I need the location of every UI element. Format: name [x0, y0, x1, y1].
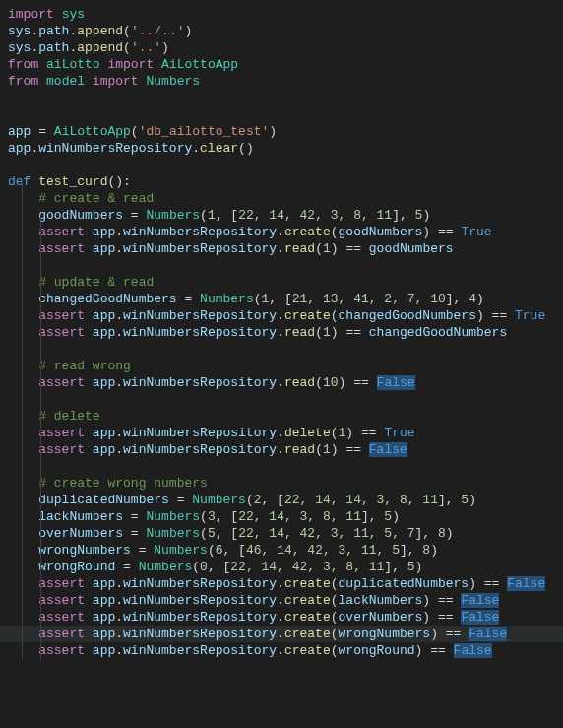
function: append: [77, 40, 123, 55]
code-line-active[interactable]: assert app.winNumbersRepository.create(w…: [0, 626, 563, 642]
number: 1: [323, 241, 331, 256]
code-line[interactable]: changedGoodNumbers = Numbers(1, [21, 13,…: [0, 291, 563, 307]
identifier: winNumbersRepository: [123, 643, 277, 658]
code-line[interactable]: assert app.winNumbersRepository.create(w…: [0, 642, 563, 659]
function: create: [284, 576, 331, 591]
code-line[interactable]: wrongNumbers = Numbers(6, [46, 14, 42, 3…: [0, 542, 563, 559]
code-line[interactable]: [0, 341, 563, 358]
identifier: wrongRound: [339, 643, 415, 658]
constant-selected: False: [377, 375, 415, 390]
number: 0: [200, 560, 208, 574]
number: 5: [208, 526, 216, 541]
code-editor[interactable]: import sys sys.path.append('../..') sys.…: [0, 6, 563, 659]
keyword: from: [8, 74, 38, 89]
code-line[interactable]: assert app.winNumbersRepository.create(g…: [0, 224, 563, 240]
number: 1: [208, 208, 216, 223]
code-line[interactable]: [0, 157, 563, 173]
function: read: [284, 375, 315, 390]
identifier: winNumbersRepository: [123, 241, 277, 256]
code-line[interactable]: assert app.winNumbersRepository.create(d…: [0, 575, 563, 592]
class: Numbers: [146, 526, 200, 541]
class: Numbers: [192, 493, 246, 507]
function-def: test_curd: [38, 174, 107, 189]
constant: True: [384, 426, 414, 440]
constant: True: [461, 225, 491, 239]
code-line[interactable]: assert app.winNumbersRepository.delete(1…: [0, 425, 563, 441]
function: create: [284, 593, 331, 608]
identifier: winNumbersRepository: [123, 627, 277, 641]
module: sys: [62, 7, 85, 22]
code-line[interactable]: wrongRound = Numbers(0, [22, 14, 42, 3, …: [0, 559, 563, 575]
code-line[interactable]: [0, 90, 563, 106]
identifier: app: [93, 325, 115, 340]
number-list: 22, 14, 14, 3, 8, 11: [284, 493, 438, 507]
code-line[interactable]: from model import Numbers: [0, 73, 563, 90]
number: 8: [422, 543, 430, 558]
identifier: wrongRound: [38, 560, 115, 574]
comment: # delete: [38, 409, 99, 424]
identifier: winNumbersRepository: [38, 141, 192, 156]
class: Numbers: [154, 543, 208, 558]
code-line[interactable]: app = AiLottoApp('db_ailotto_test'): [0, 123, 563, 140]
identifier: app: [8, 141, 31, 156]
code-line[interactable]: goodNumbers = Numbers(1, [22, 14, 42, 3,…: [0, 207, 563, 224]
keyword: import: [8, 7, 54, 22]
code-line[interactable]: lackNumbers = Numbers(3, [22, 14, 3, 8, …: [0, 508, 563, 525]
constant-selected: False: [461, 593, 499, 608]
code-line[interactable]: # delete: [0, 408, 563, 425]
code-line[interactable]: assert app.winNumbersRepository.create(l…: [0, 592, 563, 609]
string: '../..': [131, 24, 185, 38]
code-line[interactable]: [0, 257, 563, 274]
code-line[interactable]: [0, 106, 563, 123]
number: 3: [208, 509, 216, 524]
code-line[interactable]: import sys: [0, 6, 563, 23]
keyword: assert: [38, 308, 85, 323]
identifier: app: [93, 610, 115, 625]
identifier: duplicatedNumbers: [339, 576, 469, 591]
keyword: import: [107, 57, 154, 72]
code-line[interactable]: assert app.winNumbersRepository.read(1) …: [0, 240, 563, 257]
code-line[interactable]: from aiLotto import AiLottoApp: [0, 56, 563, 73]
code-line[interactable]: assert app.winNumbersRepository.read(10)…: [0, 374, 563, 391]
code-line[interactable]: [0, 391, 563, 408]
identifier: app: [93, 241, 115, 256]
indent-guide: [22, 180, 23, 659]
code-line[interactable]: # update & read: [0, 274, 563, 291]
number: 5: [384, 509, 392, 524]
code-line[interactable]: duplicatedNumbers = Numbers(2, [22, 14, …: [0, 492, 563, 508]
identifier: winNumbersRepository: [123, 225, 277, 239]
code-line[interactable]: assert app.winNumbersRepository.create(o…: [0, 609, 563, 626]
identifier: wrongNumbers: [339, 627, 431, 641]
class: Numbers: [139, 560, 193, 574]
code-line[interactable]: def test_curd():: [0, 173, 563, 190]
number: 1: [323, 325, 331, 340]
function: delete: [284, 426, 331, 440]
code-line[interactable]: sys.path.append('..'): [0, 39, 563, 56]
keyword: assert: [38, 426, 85, 440]
identifier: overNumbers: [339, 610, 423, 625]
function: append: [77, 24, 123, 38]
identifier: app: [93, 643, 115, 658]
identifier: winNumbersRepository: [123, 325, 277, 340]
code-line[interactable]: # read wrong: [0, 358, 563, 374]
function: create: [284, 225, 331, 239]
code-line[interactable]: app.winNumbersRepository.clear(): [0, 140, 563, 157]
identifier: app: [93, 426, 115, 440]
function: read: [284, 241, 315, 256]
number-list: 22, 14, 3, 8, 11: [238, 509, 361, 524]
keyword: assert: [38, 627, 85, 641]
code-line[interactable]: # create wrong numbers: [0, 475, 563, 492]
code-line[interactable]: [0, 458, 563, 475]
code-line[interactable]: sys.path.append('../..'): [0, 23, 563, 39]
identifier: path: [38, 40, 69, 55]
code-line[interactable]: overNumbers = Numbers(5, [22, 14, 42, 3,…: [0, 525, 563, 542]
identifier: app: [8, 124, 31, 139]
class: Numbers: [146, 208, 200, 223]
identifier: goodNumbers: [38, 208, 123, 223]
code-line[interactable]: assert app.winNumbersRepository.read(1) …: [0, 324, 563, 341]
keyword: from: [8, 57, 38, 72]
code-line[interactable]: assert app.winNumbersRepository.create(c…: [0, 307, 563, 324]
code-line[interactable]: # create & read: [0, 190, 563, 207]
class: AiLottoApp: [161, 57, 238, 72]
code-line[interactable]: assert app.winNumbersRepository.read(1) …: [0, 441, 563, 458]
